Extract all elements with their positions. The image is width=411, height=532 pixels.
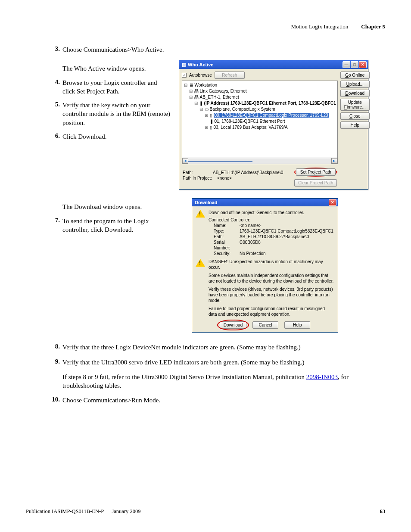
autobrowse-label: Autobrowse — [189, 73, 212, 78]
download-button-highlight: Download — [220, 321, 246, 329]
scroll-left-arrow[interactable]: ◄ — [182, 158, 188, 164]
who-active-side-buttons: Go Online Upload... Download Update Firm… — [340, 72, 370, 187]
page-header: Motion Logix Integration Chapter 5 — [26, 23, 385, 33]
step-5: 5. Verify that the key switch on your co… — [50, 101, 170, 127]
download-line1: Download offline project 'Generic' to th… — [209, 210, 334, 215]
dialog-download-button[interactable]: Download — [220, 321, 246, 329]
tree-horizontal-scrollbar[interactable]: ◄ ► — [182, 158, 338, 164]
header-section: Motion Logix Integration — [291, 23, 348, 30]
step9-note: If steps 8 or 9 fail, refer to the Ultra… — [62, 373, 385, 390]
path-in-project-value: <none> — [217, 176, 232, 180]
dialog-title: Download — [195, 200, 218, 205]
connected-controller-label: Connected Controller: — [209, 217, 334, 223]
scroll-thumb[interactable] — [188, 161, 252, 162]
step-3: 3. Choose Communications>Who Active. — [50, 45, 385, 54]
step-8: 8. Verify that the three Logix DeviceNet… — [50, 343, 385, 352]
help-button[interactable]: Help — [340, 121, 370, 129]
who-active-titlebar[interactable]: ▧ Who Active — □ ✕ — [179, 60, 368, 69]
page-footer: Publication IASIMP-QS011B-EN-P — January… — [26, 508, 385, 515]
step-9: 9. Verify that the Ultra3000 servo drive… — [50, 358, 385, 367]
manual-link[interactable]: 2098-IN003 — [306, 373, 338, 380]
clear-project-path-button[interactable]: Clear Project Path — [294, 179, 337, 187]
download-p1: Some devices maintain independent config… — [209, 273, 334, 284]
path-value: AB_ETH-1\(IP Address)\Backplane\0 — [213, 170, 283, 175]
download-titlebar[interactable]: Download ✕ — [192, 199, 338, 206]
set-project-path-highlight: Set Project Path — [294, 168, 337, 177]
download-p3: Failure to load proper configuration cou… — [209, 306, 334, 317]
header-chapter: Chapter 5 — [361, 23, 385, 30]
minimize-button[interactable]: — — [342, 61, 350, 68]
dialog-help-button[interactable]: Help — [284, 321, 310, 329]
upload-button[interactable]: Upload... — [340, 81, 370, 88]
step-6: 6. Click Download. — [50, 132, 170, 141]
danger-text: DANGER: Unexpected hazardous motion of m… — [209, 259, 334, 270]
step-10: 10. Choose Communications>Run Mode. — [50, 396, 385, 404]
close-button[interactable]: ✕ — [359, 61, 367, 68]
dialog-close-button[interactable]: ✕ — [329, 199, 336, 206]
tree-selected-node[interactable]: ⊞ ▯ 00, 1769-L23E-QBFC1 CompactLogix Pro… — [184, 112, 336, 118]
path-in-project-label: Path in Project: — [183, 176, 217, 180]
dialog-cancel-button[interactable]: Cancel — [252, 321, 278, 329]
download-p2: Verify these devices (drives, network de… — [209, 286, 334, 303]
who-active-window: ▧ Who Active — □ ✕ ✓ Autobrowse Refresh … — [179, 60, 368, 190]
device-tree[interactable]: ⊟ 🖥 Workstation ⊞ 品 Linx Gateways, Ether… — [182, 81, 338, 158]
window-title: Who Active — [188, 62, 214, 67]
download-dialog: Download ✕ Download offline project 'Gen… — [192, 198, 338, 333]
download-button[interactable]: Download — [340, 90, 370, 97]
update-firmware-button[interactable]: Update Firmware... — [340, 99, 370, 111]
refresh-button[interactable]: Refresh — [215, 72, 245, 79]
step-7: 7. To send the program to the Logix cont… — [50, 217, 170, 234]
warning-icon — [196, 210, 205, 218]
publication-info: Publication IASIMP-QS011B-EN-P — January… — [26, 508, 140, 515]
path-label: Path: — [183, 170, 213, 175]
window-icon: ▧ — [182, 62, 186, 68]
danger-icon — [196, 259, 205, 268]
go-online-button[interactable]: Go Online — [340, 72, 370, 79]
close-button-side[interactable]: Close — [340, 112, 370, 120]
step3-note: The Who Active window opens. — [62, 64, 170, 73]
set-project-path-button[interactable]: Set Project Path — [296, 168, 336, 176]
maximize-button[interactable]: □ — [351, 61, 358, 68]
step6-note: The Download window opens. — [62, 202, 170, 211]
step-4: 4. Browse to your Logix controller and c… — [50, 78, 170, 96]
page-number: 63 — [380, 508, 386, 515]
scroll-right-arrow[interactable]: ► — [331, 158, 337, 164]
autobrowse-checkbox[interactable]: ✓ — [182, 73, 187, 78]
